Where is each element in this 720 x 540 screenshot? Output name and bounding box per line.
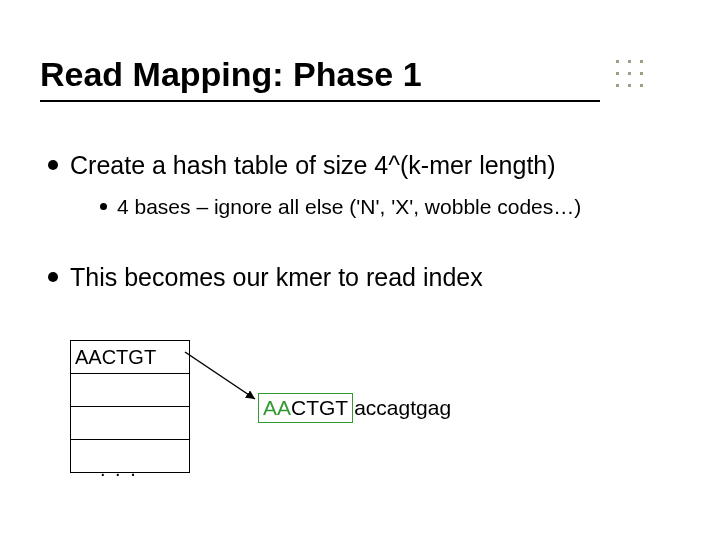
accent-dot-icon xyxy=(640,60,643,63)
hash-table-ellipsis: . . . xyxy=(100,458,138,481)
bullet-text: Create a hash table of size 4^(k-mer len… xyxy=(70,150,556,180)
bullet-level1: This becomes our kmer to read index xyxy=(48,262,483,292)
bullet-level2: 4 bases – ignore all else ('N', 'X', wob… xyxy=(100,194,581,220)
accent-dot-icon xyxy=(628,60,631,63)
accent-dot-icon xyxy=(628,72,631,75)
read-sequence: AACTGTaccagtgag xyxy=(258,393,451,423)
accent-dot-icon xyxy=(640,72,643,75)
table-row xyxy=(71,374,190,407)
hash-cell-empty xyxy=(71,407,190,440)
accent-dot-icon xyxy=(628,84,631,87)
bullet-level1: Create a hash table of size 4^(k-mer len… xyxy=(48,150,556,180)
table-row: AACTGT xyxy=(71,341,190,374)
accent-dot-icon xyxy=(640,84,643,87)
bullet-icon xyxy=(100,203,107,210)
kmer-green-part: AA xyxy=(263,396,291,419)
title-underline xyxy=(40,100,600,102)
slide: Read Mapping: Phase 1 Create a hash tabl… xyxy=(0,0,720,540)
svg-line-0 xyxy=(185,352,255,399)
bullet-icon xyxy=(48,160,58,170)
bullet-text: This becomes our kmer to read index xyxy=(70,262,483,292)
hash-cell-kmer: AACTGT xyxy=(71,341,190,374)
bullet-icon xyxy=(48,272,58,282)
read-tail: accagtgag xyxy=(353,396,451,420)
accent-dot-icon xyxy=(616,72,619,75)
accent-dot-icon xyxy=(616,60,619,63)
accent-dot-icon xyxy=(616,84,619,87)
hash-cell-empty xyxy=(71,374,190,407)
slide-title: Read Mapping: Phase 1 xyxy=(40,55,422,94)
kmer-black-part: CTGT xyxy=(291,396,348,419)
arrow-icon xyxy=(185,352,265,407)
bullet-text: 4 bases – ignore all else ('N', 'X', wob… xyxy=(117,194,581,220)
table-row xyxy=(71,407,190,440)
read-kmer-box: AACTGT xyxy=(258,393,353,423)
hash-table: AACTGT xyxy=(70,340,190,473)
